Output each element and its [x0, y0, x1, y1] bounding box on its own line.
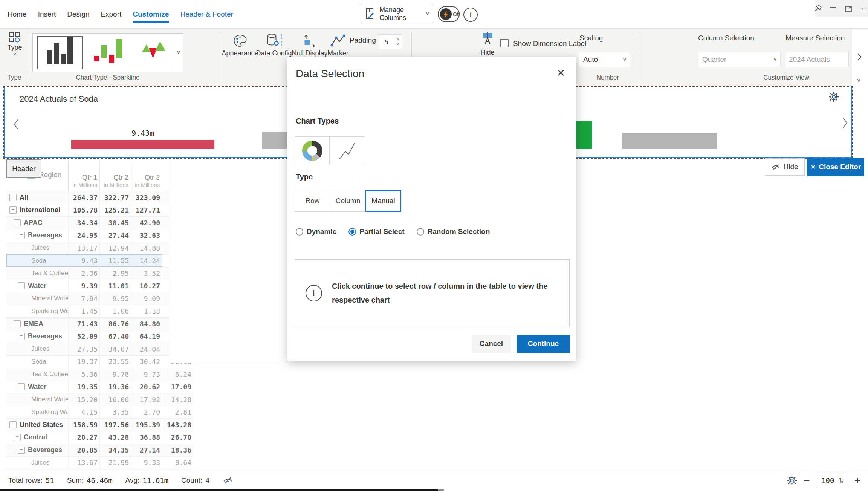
table-row[interactable]: Juices13.1712.9414.88	[6, 242, 193, 255]
collapse-icon[interactable]: −	[9, 194, 17, 201]
table-row[interactable]: Soda19.3723.5530.4220.18	[6, 356, 193, 369]
column-selection-select[interactable]: Quarter ˅	[698, 52, 781, 67]
type-button[interactable]: Type ˅	[4, 32, 26, 57]
collapse-icon[interactable]: −	[18, 282, 25, 289]
sparkline-type-variance[interactable]	[92, 36, 126, 69]
collapse-icon[interactable]: −	[18, 447, 25, 454]
table-row[interactable]: Mineral Water15.2016.0017.9214.28	[6, 393, 193, 406]
chart-prev-arrow[interactable]	[13, 118, 20, 130]
table-row[interactable]: Juices27.3534.0724.04	[6, 343, 193, 356]
table-cell: 19.37	[68, 356, 99, 368]
donut-chart-type-tile[interactable]	[295, 136, 330, 165]
table-row[interactable]: −All264.37322.77323.09	[6, 191, 193, 204]
collapse-icon[interactable]: −	[9, 206, 17, 214]
show-dimension-label-checkbox[interactable]	[500, 39, 509, 47]
scaling-select[interactable]: Auto ˅	[579, 52, 630, 67]
gallery-more-button[interactable]: ˅	[174, 34, 183, 72]
hide-column-button[interactable]: A Hide	[478, 33, 497, 57]
table-row[interactable]: Tea & Coffee2.362.953.52	[6, 267, 193, 280]
table-row[interactable]: −EMEA71.4386.7684.80	[6, 318, 193, 330]
table-row[interactable]: Tea & Coffee5.369.789.736.24	[6, 368, 193, 381]
power-toggle[interactable]: Off	[438, 6, 460, 22]
table-row[interactable]: Sparkling Water1.451.061.18	[6, 305, 193, 318]
expand-icon[interactable]	[844, 4, 853, 13]
row-label: United States	[20, 421, 63, 429]
table-row[interactable]: −Beverages24.9527.4432.63	[6, 229, 193, 242]
manage-columns-button[interactable]: Manage Columns ˅	[361, 5, 433, 23]
collapse-icon[interactable]: −	[18, 232, 25, 239]
menu-tab-customize[interactable]: Customize	[133, 10, 169, 18]
filter-lines-icon[interactable]	[829, 4, 838, 13]
continue-button[interactable]: Continue	[517, 335, 570, 353]
table-row[interactable]: Soda9.4311.5514.24	[6, 255, 193, 268]
modal-close-icon[interactable]: ✕	[556, 67, 565, 79]
table-row[interactable]: −Central28.2743.2836.8826.70	[6, 431, 193, 444]
radio-random-selection[interactable]: Random Selection	[417, 228, 490, 236]
table-row[interactable]: Mineral Water7.949.959.09	[6, 292, 193, 305]
radio-circle-icon	[296, 228, 303, 236]
data-config-button[interactable]: Data Config	[256, 33, 292, 57]
table-row[interactable]: −Beverages52.0967.4064.19	[6, 330, 193, 343]
table-cell: 26.70	[162, 431, 193, 444]
scaling-value: Auto	[583, 55, 623, 64]
table-row[interactable]: Sparkling Water4.153.352.702.81	[6, 406, 193, 419]
collapse-icon[interactable]: −	[14, 219, 21, 226]
ribbon-collapse-icon[interactable]: ˅	[857, 77, 860, 84]
table-row[interactable]: −Water9.3911.0110.27	[6, 280, 193, 293]
close-editor-button[interactable]: ✕ Close Editor	[807, 158, 864, 176]
table-row[interactable]: −United States158.59197.56195.39143.28	[6, 419, 193, 431]
table-row[interactable]: −International105.78125.21127.71	[6, 204, 193, 217]
table-cell: 27.14	[131, 444, 162, 456]
line-chart-type-tile[interactable]	[329, 136, 364, 165]
collapse-icon[interactable]: −	[18, 333, 25, 340]
menu-tab-export[interactable]: Export	[101, 10, 121, 18]
cancel-button[interactable]: Cancel	[472, 335, 511, 353]
sparkline-type-arrows[interactable]	[135, 36, 169, 69]
chart-settings-gear-icon[interactable]	[828, 91, 839, 102]
null-display-button[interactable]: Null Display	[292, 33, 327, 57]
measure-selection-field[interactable]: 2024 Actuals	[785, 52, 849, 67]
menu-tab-home[interactable]: Home	[8, 10, 27, 18]
more-icon[interactable]: ⋯	[859, 4, 866, 13]
header-chip[interactable]: Header	[6, 159, 41, 178]
collapse-icon[interactable]: −	[14, 320, 21, 327]
menu-tab-design[interactable]: Design	[67, 10, 89, 18]
ribbon-next-button[interactable]	[857, 52, 862, 61]
type-option-manual[interactable]: Manual	[365, 190, 401, 212]
collapse-icon[interactable]: −	[9, 421, 17, 428]
radio-dynamic[interactable]: Dynamic	[296, 228, 336, 236]
marker-button[interactable]: Marker	[327, 33, 348, 57]
stepper-up-icon[interactable]: ˄	[397, 37, 399, 41]
info-button[interactable]: i	[463, 8, 478, 22]
stepper-down-icon[interactable]: ˅	[397, 42, 399, 46]
sparkline-type-bars[interactable]	[37, 36, 83, 69]
column-header: Qtr 1in Millions	[68, 160, 99, 191]
table-row[interactable]: −APAC34.3438.4542.90	[6, 217, 193, 229]
row-label: Mineral Water	[31, 295, 68, 302]
table-row[interactable]: −Beverages20.8534.3527.1418.36	[6, 444, 193, 457]
zoom-in-button[interactable]: +	[854, 475, 860, 486]
collapse-icon[interactable]: −	[18, 383, 25, 390]
collapse-icon[interactable]: −	[14, 434, 21, 441]
hide-editor-button[interactable]: Hide	[765, 158, 805, 176]
padding-stepper[interactable]: 5 ˄˅	[379, 34, 402, 49]
menu-tab-insert[interactable]: Insert	[38, 10, 56, 18]
appearance-button[interactable]: Appearance	[222, 33, 258, 57]
menu-tab-header-footer[interactable]: Header & Footer	[180, 10, 233, 18]
eye-off-icon[interactable]	[223, 476, 233, 485]
row-label: Soda	[31, 257, 46, 265]
pin-icon[interactable]	[814, 4, 823, 13]
type-option-column[interactable]: Column	[330, 190, 366, 212]
menu-bar: HomeInsertDesignExportCustomizeHeader & …	[0, 0, 868, 28]
table-row[interactable]: −Water19.3519.3620.6217.09	[6, 381, 193, 394]
type-option-row[interactable]: Row	[295, 190, 330, 212]
row-label: Beverages	[28, 446, 62, 454]
table-row[interactable]: Juices13.6721.999.338.64	[6, 457, 193, 470]
row-label: Tea & Coffee	[31, 370, 68, 378]
radio-partial-select[interactable]: Partial Select	[348, 228, 404, 236]
table-cell: 11.55	[99, 255, 131, 267]
zoom-out-button[interactable]: −	[804, 475, 810, 486]
settings-gear-icon[interactable]	[786, 475, 798, 486]
zoom-level[interactable]: 100 %	[816, 473, 848, 488]
chart-next-arrow[interactable]	[842, 117, 848, 129]
